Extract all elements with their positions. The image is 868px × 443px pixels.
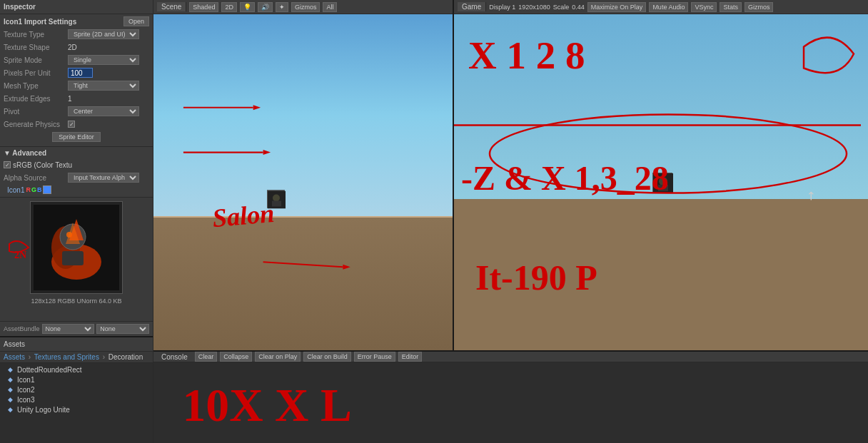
- file-icon: ◆: [6, 405, 14, 414]
- preview-info-label: 128x128 RGB8 UNorm 64.0 KB: [31, 297, 121, 305]
- generate-physics-checkbox[interactable]: ✓: [68, 121, 75, 128]
- game-ground: [454, 199, 868, 350]
- preview-area: 2N 128x128 RGB8 UNorm 64.0 KB: [0, 198, 153, 321]
- extrude-edges-label: Extrude Edges: [4, 95, 68, 103]
- breadcrumb-textures[interactable]: Textures and Sprites: [34, 353, 99, 361]
- game-gizmos-button[interactable]: Gizmos: [745, 2, 774, 12]
- scene-sprite: [267, 190, 285, 208]
- 2d-button[interactable]: 2D: [221, 2, 237, 12]
- srgb-label: sRGB (Color Textu: [13, 161, 72, 169]
- shading-dropdown[interactable]: Shaded: [189, 2, 218, 12]
- mesh-type-row: Mesh Type Tight: [4, 80, 149, 91]
- open-button[interactable]: Open: [123, 16, 149, 26]
- scene-effects-button[interactable]: ✦: [276, 2, 288, 12]
- maximize-on-play-button[interactable]: Maximize On Play: [587, 2, 647, 12]
- r-channel[interactable]: R: [26, 186, 31, 193]
- file-icon: ◆: [6, 365, 14, 374]
- list-item[interactable]: ◆ DottedRoundedRect: [0, 365, 153, 375]
- scene-ground: [153, 216, 453, 350]
- advanced-header: ▼ Advanced: [4, 149, 149, 157]
- inspector-header: Inspector: [0, 0, 153, 14]
- asset-item-name: Icon3: [17, 396, 34, 404]
- mute-audio-button[interactable]: Mute Audio: [649, 2, 688, 12]
- rgb-bar: R G B: [26, 186, 41, 193]
- stats-button[interactable]: Stats: [720, 2, 742, 12]
- clear-on-play-button[interactable]: Clear on Play: [255, 352, 301, 362]
- scene-tab[interactable]: Scene: [157, 2, 186, 11]
- breadcrumb-assets[interactable]: Assets: [4, 353, 25, 361]
- top-panels: Scene Shaded 2D 💡 🔊 ✦ Gizmos All: [153, 0, 868, 350]
- console-panel: Console Clear Collapse Clear on Play Cle…: [153, 350, 868, 443]
- sprite-mode-dropdown[interactable]: Single: [68, 55, 139, 65]
- inspector-title: Inspector: [4, 3, 36, 11]
- scene-lighting-button[interactable]: 💡: [240, 2, 255, 12]
- g-channel[interactable]: G: [31, 186, 36, 193]
- pivot-label: Pivot: [4, 108, 68, 116]
- preview-image: [30, 201, 123, 294]
- preview-image-inner: [34, 205, 119, 290]
- sprite-editor-button[interactable]: Sprite Editor: [52, 132, 101, 142]
- texture-shape-label: Texture Shape: [4, 44, 68, 51]
- b-channel[interactable]: B: [37, 186, 42, 193]
- clear-on-build-button[interactable]: Clear on Build: [303, 352, 351, 362]
- console-tab[interactable]: Console: [157, 352, 192, 362]
- list-item[interactable]: ◆ Icon3: [0, 394, 153, 404]
- file-icon: ◆: [6, 375, 14, 384]
- texture-type-label: Texture Type: [4, 31, 68, 39]
- game-viewport[interactable]: ↗ X 1 2 8 -Z & X 1,3_28 It-190 P: [454, 14, 868, 350]
- asset-bundle-row: AssetBundle None None: [0, 321, 153, 336]
- scale-label: Scale: [553, 4, 570, 11]
- collapse-button[interactable]: Collapse: [220, 352, 252, 362]
- alpha-source-dropdown[interactable]: Input Texture Alpha: [68, 173, 139, 183]
- scene-horizon: [153, 216, 453, 218]
- error-pause-button[interactable]: Error Pause: [354, 352, 395, 362]
- svg-point-17: [659, 177, 667, 185]
- assets-list: ◆ DottedRoundedRect ◆ Icon1 ◆ Icon2 ◆ Ic…: [0, 363, 153, 443]
- assets-title: Assets: [4, 340, 25, 348]
- scene-sky: [153, 14, 453, 216]
- vsync-button[interactable]: VSync: [691, 2, 717, 12]
- srgb-checkbox[interactable]: ✓: [4, 161, 11, 168]
- mesh-type-label: Mesh Type: [4, 82, 68, 90]
- asset-bundle-select-2[interactable]: None: [96, 324, 149, 334]
- svg-point-10: [273, 195, 280, 202]
- scene-gizmos-button[interactable]: Gizmos: [291, 2, 321, 12]
- list-item[interactable]: ◆ Icon1: [0, 375, 153, 385]
- list-item[interactable]: ◆ Icon2: [0, 385, 153, 394]
- texture-type-row: Texture Type Sprite (2D and UI): [4, 29, 149, 40]
- asset-item-name: Unity Logo Unite: [17, 406, 70, 414]
- pivot-dropdown[interactable]: Center: [68, 106, 139, 116]
- import-settings: Icon1 Import Settings Open Texture Type …: [0, 14, 153, 147]
- generate-physics-label: Generate Physics: [4, 121, 68, 128]
- breadcrumb-decoration: Decoration: [108, 353, 143, 361]
- scene-all-button[interactable]: All: [323, 2, 337, 12]
- scale-value: 0.44: [572, 4, 585, 11]
- mesh-type-dropdown[interactable]: Tight: [68, 81, 139, 91]
- assets-header: Assets: [0, 337, 153, 352]
- pixels-per-unit-input[interactable]: [68, 68, 93, 78]
- sprite-mode-row: Sprite Mode Single: [4, 54, 149, 66]
- texture-type-dropdown[interactable]: Sprite (2D and UI): [68, 29, 139, 39]
- clear-button[interactable]: Clear: [195, 352, 218, 362]
- game-panel: Game Display 1 1920x1080 Scale 0.44 Maxi…: [454, 0, 868, 350]
- svg-text:2N: 2N: [14, 250, 26, 260]
- srgb-row: ✓ sRGB (Color Textu: [4, 159, 149, 170]
- game-sky: [454, 14, 868, 199]
- scene-audio-button[interactable]: 🔊: [258, 2, 273, 12]
- color-swatch[interactable]: [43, 185, 51, 194]
- svg-rect-11: [272, 201, 281, 207]
- editor-button[interactable]: Editor: [398, 352, 423, 362]
- game-tab[interactable]: Game: [458, 2, 486, 11]
- scene-viewport[interactable]: Salon: [153, 14, 453, 350]
- console-toolbar: Console Clear Collapse Clear on Play Cle…: [153, 352, 868, 362]
- scene-panel: Scene Shaded 2D 💡 🔊 ✦ Gizmos All: [153, 0, 454, 350]
- game-toolbar: Game Display 1 1920x1080 Scale 0.44 Maxi…: [454, 0, 868, 14]
- asset-bundle-select-1[interactable]: None: [42, 324, 95, 334]
- import-settings-title: Icon1 Import Settings: [4, 18, 76, 26]
- pixels-per-unit-label: Pixels Per Unit: [4, 69, 68, 77]
- advanced-section: ▼ Advanced ✓ sRGB (Color Textu Alpha Sou…: [0, 147, 153, 198]
- asset-item-name: Icon1: [17, 376, 34, 384]
- texture-shape-row: Texture Shape 2D: [4, 41, 149, 53]
- list-item[interactable]: ◆ Unity Logo Unite: [0, 404, 153, 414]
- svg-rect-5: [62, 251, 84, 265]
